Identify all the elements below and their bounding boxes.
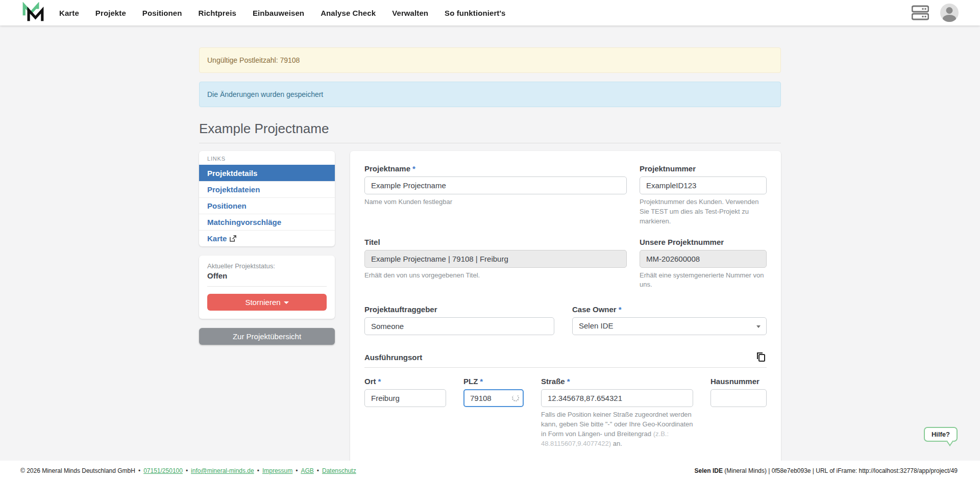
nav-item-analyse-check[interactable]: Analyse Check (321, 9, 376, 17)
hausnummer-label: Hausnummer (710, 377, 767, 386)
strasse-label: Straße (541, 377, 693, 386)
footer-impressum-link[interactable]: Impressum (262, 467, 292, 474)
nav-item-einbauweisen[interactable]: Einbauweisen (253, 9, 304, 17)
external-link-icon (230, 235, 236, 242)
footer-email-link[interactable]: info@mineral-minds.de (191, 467, 254, 474)
links-header: LINKS (199, 151, 335, 165)
nav-item-positionen[interactable]: Positionen (142, 9, 182, 17)
chevron-down-icon (284, 301, 289, 304)
sidebar-item-projektdetails[interactable]: Projektdetails (199, 165, 335, 181)
copyright-text: © 2026 Mineral Minds Deutschland GmbH (20, 467, 135, 474)
nav-item-projekte[interactable]: Projekte (95, 9, 126, 17)
copy-icon (755, 351, 767, 363)
info-alert: Die Änderungen wurden gespeichert (199, 82, 781, 107)
ort-label: Ort (364, 377, 446, 386)
footer-datenschutz-link[interactable]: Datenschutz (322, 467, 356, 474)
nav-item-karte[interactable]: Karte (59, 9, 79, 17)
warning-alert: Ungültige Postleitzahl: 79108 (199, 47, 781, 73)
page-title: Example Projectname (199, 121, 781, 143)
page-container: Ungültige Postleitzahl: 79108 Die Änderu… (199, 0, 781, 481)
server-icon[interactable] (912, 5, 929, 20)
projektnummer-label: Projektnummer (640, 164, 767, 173)
strasse-input[interactable] (541, 389, 693, 407)
case-owner-label: Case Owner (572, 305, 767, 314)
unsere-projektnummer-label: Unsere Projektnummer (640, 238, 767, 246)
cancel-project-button[interactable]: Stornieren (207, 294, 327, 311)
projektauftraggeber-label: Projektauftraggeber (364, 305, 554, 314)
nav-item-verwalten[interactable]: Verwalten (392, 9, 428, 17)
strasse-help: Falls die Position keiner Straße zugeord… (541, 410, 693, 448)
case-owner-select[interactable]: Selen IDE (572, 317, 767, 335)
titel-help: Erhält den von uns vorgegebenen Titel. (364, 271, 627, 281)
ausfuehrungsort-heading: Ausführungsort (364, 353, 422, 362)
plz-label: PLZ (463, 377, 524, 386)
links-card: LINKS Projektdetails Projektdateien Posi… (199, 151, 335, 246)
footer-phone-link[interactable]: 07151/250100 (143, 467, 183, 474)
projektauftraggeber-input[interactable] (364, 317, 554, 335)
main-nav: Karte Projekte Positionen Richtpreis Ein… (59, 9, 506, 17)
projektname-help: Name vom Kunden festlegbar (364, 197, 627, 207)
select-caret-icon (756, 325, 761, 328)
copy-address-button[interactable] (755, 351, 767, 363)
projektnummer-input[interactable] (640, 176, 767, 194)
session-info: Selen IDE (Mineral Minds) | 0f58e7eb093e… (695, 467, 958, 474)
nav-item-richtpreis[interactable]: Richtpreis (199, 9, 236, 17)
help-button[interactable]: Hilfe? (924, 427, 958, 442)
unsere-projektnummer-input (640, 250, 767, 268)
projektnummer-help: Projektnummer des Kunden. Verwenden Sie … (640, 197, 767, 226)
project-details-form: Projektname Name vom Kunden festlegbar P… (350, 151, 781, 481)
projektname-label: Projektname (364, 164, 627, 173)
unsere-projektnummer-help: Erhält eine systemgenerierte Nummer von … (640, 271, 767, 290)
mineral-minds-logo[interactable] (21, 2, 45, 23)
project-overview-button[interactable]: Zur Projektübersicht (199, 328, 335, 345)
projektname-input[interactable] (364, 176, 627, 194)
sidebar-item-projektdateien[interactable]: Projektdateien (199, 181, 335, 197)
top-navbar: Karte Projekte Positionen Richtpreis Ein… (0, 0, 980, 26)
ort-input[interactable] (364, 389, 446, 407)
status-badge: Offen (207, 271, 327, 280)
user-avatar-icon[interactable] (940, 4, 959, 22)
sidebar-item-positionen[interactable]: Positionen (199, 197, 335, 214)
status-card: Aktueller Projektstatus: Offen Storniere… (199, 256, 335, 319)
titel-label: Titel (364, 238, 627, 246)
hausnummer-input[interactable] (710, 389, 767, 407)
status-label: Aktueller Projektstatus: (207, 262, 327, 270)
nav-item-so-funktionierts[interactable]: So funktioniert's (445, 9, 505, 17)
footer-agb-link[interactable]: AGB (301, 467, 313, 474)
sidebar-item-karte[interactable]: Karte (199, 230, 335, 246)
footer: © 2026 Mineral Minds Deutschland GmbH • … (0, 461, 980, 481)
sidebar-item-matchingvorschlaege[interactable]: Matchingvorschläge (199, 214, 335, 230)
sidebar: LINKS Projektdetails Projektdateien Posi… (199, 151, 335, 345)
titel-input (364, 250, 627, 268)
